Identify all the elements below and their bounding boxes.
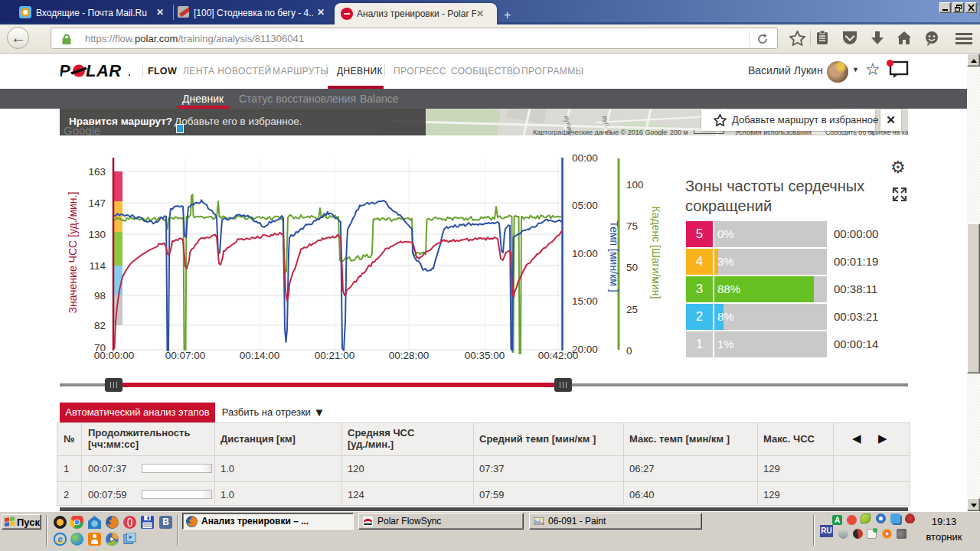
svg-text:Темп [мин/км ]: Темп [мин/км ]	[608, 220, 620, 292]
svg-text:130: 130	[88, 229, 106, 240]
svg-text:00:07:00: 00:07:00	[165, 350, 206, 361]
svg-text:05:00: 05:00	[572, 200, 598, 211]
svg-text:98: 98	[94, 290, 106, 302]
svg-text:75: 75	[626, 220, 638, 232]
svg-text:20:00: 20:00	[572, 344, 598, 355]
svg-text:82: 82	[94, 320, 106, 331]
svg-text:00:14:00: 00:14:00	[240, 350, 280, 361]
svg-text:00:21:00: 00:21:00	[315, 350, 355, 361]
svg-text:0: 0	[626, 345, 632, 357]
svg-text:114: 114	[89, 260, 106, 272]
svg-text:Каденс [Шаги/мин]: Каденс [Шаги/мин]	[650, 207, 662, 299]
svg-text:00:00:00: 00:00:00	[94, 350, 135, 361]
svg-text:147: 147	[88, 197, 106, 209]
svg-text:25: 25	[626, 304, 638, 315]
svg-text:Значение ЧСС [уд./мин.]: Значение ЧСС [уд./мин.]	[67, 192, 79, 314]
svg-text:00:35:00: 00:35:00	[465, 350, 505, 361]
svg-text:163: 163	[88, 166, 106, 178]
svg-text:LAR: LAR	[86, 62, 122, 80]
svg-text:100: 100	[626, 179, 644, 191]
svg-text:P: P	[60, 62, 70, 80]
svg-text:00:00: 00:00	[572, 152, 598, 164]
svg-text:e: e	[57, 534, 62, 543]
svg-text:15:00: 15:00	[572, 295, 598, 307]
svg-text:10:00: 10:00	[572, 248, 598, 259]
svg-text:00:28:00: 00:28:00	[389, 350, 430, 361]
svg-text:50: 50	[626, 262, 638, 273]
